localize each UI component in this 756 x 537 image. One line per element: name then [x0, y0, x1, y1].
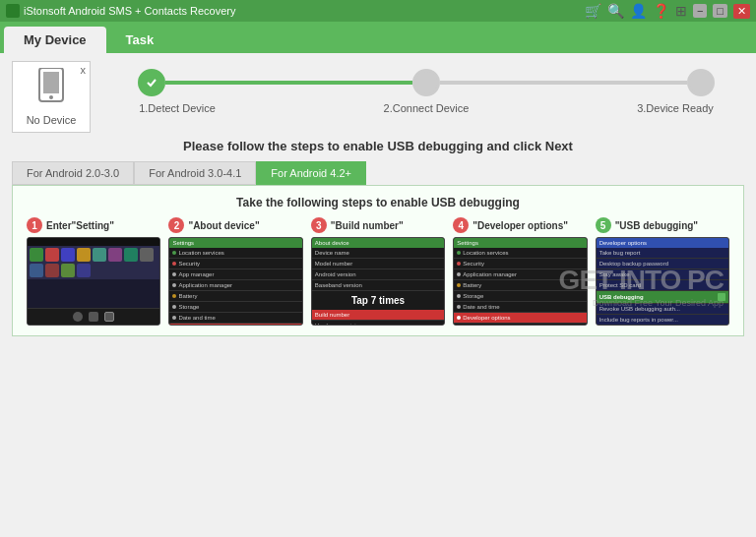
app-title: iStonsoft Android SMS + Contacts Recover… [24, 5, 236, 17]
device-icon [37, 68, 65, 110]
sub-tabs: For Android 2.0-3.0 For Android 3.0-4.1 … [12, 161, 744, 185]
close-button[interactable]: ✕ [733, 4, 750, 19]
app-icon [6, 4, 20, 18]
device-close-button[interactable]: x [81, 64, 87, 76]
step-2-label: 2.Connect Device [377, 102, 475, 114]
header-icons: 🛒 🔍 👤 ❓ ⊞ − □ ✕ [585, 3, 750, 19]
usb-step-2-num: 2 [168, 217, 184, 233]
sub-tab-android-3-4[interactable]: For Android 3.0-4.1 [134, 161, 256, 185]
step-labels: 1.Detect Device 2.Connect Device 3.Devic… [108, 102, 744, 114]
usb-step-1-header: 1 Enter"Setting" [27, 217, 160, 233]
step-1-label: 1.Detect Device [128, 102, 226, 114]
title-bar: iStonsoft Android SMS + Contacts Recover… [0, 0, 756, 22]
svg-rect-1 [43, 72, 59, 93]
usb-steps-title: Take the following steps to enable USB d… [27, 196, 729, 209]
maximize-button[interactable]: □ [713, 4, 727, 18]
cart-icon[interactable]: 🛒 [585, 3, 601, 19]
title-bar-left: iStonsoft Android SMS + Contacts Recover… [6, 4, 236, 18]
usb-step-4-label: "Developer options" [472, 220, 568, 231]
step-line-2-3 [440, 81, 687, 85]
sub-tab-android-4-2[interactable]: For Android 4.2+ [256, 161, 366, 185]
usb-step-1: 1 Enter"Setting" [27, 217, 160, 326]
instruction-text: Please follow the steps to enable USB de… [12, 139, 744, 153]
usb-step-2-header: 2 "About device" [168, 217, 302, 233]
minimize-button[interactable]: − [693, 4, 707, 18]
usb-step-1-label: Enter"Setting" [46, 220, 114, 231]
usb-step-1-num: 1 [27, 217, 42, 233]
step-2-circle [412, 69, 440, 96]
usb-step-5-img: Developer options Take bug report Deskto… [596, 237, 729, 326]
grid-icon[interactable]: ⊞ [675, 3, 687, 19]
usb-step-3-header: 3 "Build number" [311, 217, 445, 233]
main-content: x No Device 1.Detec [0, 53, 756, 537]
usb-step-3-label: "Build number" [331, 220, 404, 231]
step-1-circle [138, 69, 165, 96]
steps-section: 1.Detect Device 2.Connect Device 3.Devic… [108, 61, 744, 124]
svg-point-3 [146, 77, 158, 89]
usb-step-3-num: 3 [311, 217, 327, 233]
usb-step-5-num: 5 [596, 217, 611, 233]
usb-step-2-img: Settings Location services Security App … [168, 237, 302, 326]
sub-tab-android-2-3[interactable]: For Android 2.0-3.0 [12, 161, 134, 185]
usb-step-4: 4 "Developer options" Settings Location … [453, 217, 587, 326]
usb-step-5-header: 5 "USB debugging" [596, 217, 729, 233]
usb-step-4-num: 4 [453, 217, 469, 233]
usb-step-5-label: "USB debugging" [615, 220, 698, 231]
usb-step-4-header: 4 "Developer options" [453, 217, 587, 233]
usb-steps-row: 1 Enter"Setting" [27, 217, 729, 326]
step-3-label: 3.Device Ready [626, 102, 724, 114]
usb-step-3-img: About device Device name Model number An… [311, 237, 445, 326]
usb-step-2: 2 "About device" Settings Location servi… [168, 217, 302, 326]
usb-step-1-img [27, 237, 160, 326]
usb-steps-box: Take the following steps to enable USB d… [12, 185, 744, 336]
tab-bar: My Device Task [0, 22, 756, 53]
tab-task[interactable]: Task [106, 27, 174, 53]
user-icon[interactable]: 👤 [630, 3, 647, 19]
steps-row [108, 69, 744, 96]
tab-my-device[interactable]: My Device [4, 27, 106, 53]
usb-step-3: 3 "Build number" About device Device nam… [311, 217, 445, 326]
usb-step-2-label: "About device" [188, 220, 259, 231]
device-label: No Device [27, 114, 77, 126]
usb-step-4-img: Settings Location services Security Appl… [453, 237, 587, 326]
search-icon[interactable]: 🔍 [607, 3, 624, 19]
step-line-1-2 [165, 81, 412, 85]
help-icon[interactable]: ❓ [653, 3, 669, 19]
usb-step-5: 5 "USB debugging" Developer options Take… [596, 217, 729, 326]
device-item: x No Device [12, 61, 91, 133]
step-3-circle [687, 69, 715, 96]
svg-point-2 [49, 95, 53, 99]
